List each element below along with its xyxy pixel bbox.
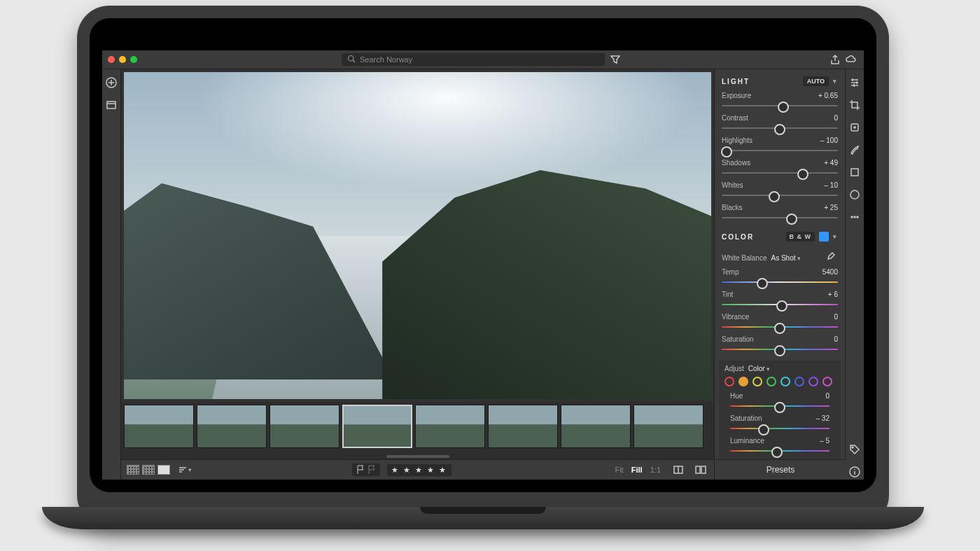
light-contrast-value: 0 xyxy=(834,114,838,122)
rating-control[interactable]: ★ ★ ★ ★ ★ xyxy=(387,464,451,476)
grid-view-button[interactable] xyxy=(127,465,139,475)
hsl-swatch-0[interactable] xyxy=(724,377,734,386)
svg-line-1 xyxy=(353,60,355,62)
hsl-swatch-4[interactable] xyxy=(780,377,790,386)
hsl-saturation-slider[interactable] xyxy=(730,424,830,433)
search-icon xyxy=(347,55,356,64)
search-input[interactable]: Search Norway xyxy=(342,53,605,66)
zoom-fit-button[interactable]: Fit xyxy=(615,466,623,474)
hsl-swatch-7[interactable] xyxy=(822,377,832,386)
filmstrip[interactable] xyxy=(121,402,714,455)
svg-point-0 xyxy=(349,56,354,62)
color-saturation-value: 0 xyxy=(834,335,838,343)
hsl-swatch-6[interactable] xyxy=(808,377,818,386)
thumbnail-0[interactable] xyxy=(124,405,194,448)
edit-panel[interactable]: LIGHT AUTO ▾ Exposure+ 0.65Contrast0High… xyxy=(714,69,845,480)
star-rating: ★ ★ ★ ★ ★ xyxy=(391,466,447,475)
app-window: Search Norway xyxy=(102,50,864,480)
thumbnail-4[interactable] xyxy=(415,405,485,448)
eyedropper-icon[interactable] xyxy=(822,250,838,265)
left-toolbar xyxy=(102,69,121,480)
light-shadows-label: Shadows xyxy=(722,159,750,167)
thumbnail-2[interactable] xyxy=(270,405,340,448)
color-tint-slider[interactable] xyxy=(722,300,838,309)
cloud-sync-icon[interactable] xyxy=(843,52,858,67)
color-saturation-slider[interactable] xyxy=(722,345,838,354)
color-temp-slider[interactable] xyxy=(722,278,838,286)
zoom-fill-button[interactable]: Fill xyxy=(631,466,643,474)
hsl-hue-slider[interactable] xyxy=(730,402,830,410)
add-photos-button[interactable] xyxy=(104,75,119,90)
hsl-swatch-3[interactable] xyxy=(766,377,776,386)
flag-controls[interactable] xyxy=(352,463,380,476)
hsl-adjust-row: Adjust Color ▾ xyxy=(723,365,836,374)
light-blacks-value: + 25 xyxy=(824,204,838,211)
wb-dropdown[interactable]: As Shot ▾ xyxy=(771,254,801,262)
laptop-base xyxy=(42,507,924,529)
thumbnail-3[interactable] xyxy=(342,405,412,448)
hsl-swatch-2[interactable] xyxy=(752,377,762,386)
thumbnail-6[interactable] xyxy=(561,405,631,448)
square-grid-view-button[interactable] xyxy=(142,465,155,475)
hsl-hue-control: Hue0 xyxy=(723,391,836,413)
color-temp-label: Temp xyxy=(722,268,738,276)
light-whites-slider[interactable] xyxy=(722,191,838,200)
thumbnail-5[interactable] xyxy=(488,405,558,448)
light-shadows-slider[interactable] xyxy=(722,169,838,177)
light-blacks-slider[interactable] xyxy=(722,214,838,222)
radial-gradient-icon[interactable] xyxy=(847,187,862,202)
color-temp-control: Temp5400 xyxy=(715,267,845,289)
compare-icon[interactable] xyxy=(693,462,708,477)
edit-sliders-icon[interactable] xyxy=(847,75,862,90)
close-window-button[interactable] xyxy=(108,56,115,63)
color-vibrance-slider[interactable] xyxy=(722,323,838,331)
hsl-swatch-1[interactable] xyxy=(738,377,748,386)
detail-view-button[interactable] xyxy=(158,465,170,475)
auto-button[interactable]: AUTO xyxy=(803,76,829,86)
brush-icon[interactable] xyxy=(847,142,862,158)
thumbnail-7[interactable] xyxy=(634,405,704,448)
light-shadows-value: + 49 xyxy=(824,159,838,167)
bw-toggle[interactable]: B & W xyxy=(786,232,816,242)
zoom-window-button[interactable] xyxy=(130,56,137,63)
before-after-icon[interactable] xyxy=(671,462,686,477)
sort-button[interactable]: ▾ xyxy=(177,462,192,477)
color-section-header[interactable]: COLOR B & W ▾ xyxy=(715,225,845,246)
white-balance-row: White Balance As Shot ▾ xyxy=(715,246,845,267)
light-section-header[interactable]: LIGHT AUTO ▾ xyxy=(715,69,845,90)
svg-point-13 xyxy=(852,447,853,448)
zoom-1to1-button[interactable]: 1:1 xyxy=(650,466,661,474)
color-tint-control: Tint+ 6 xyxy=(715,289,845,312)
crop-icon[interactable] xyxy=(847,97,862,113)
light-contrast-slider[interactable] xyxy=(722,124,838,132)
thumbnail-1[interactable] xyxy=(197,405,267,448)
my-photos-icon[interactable] xyxy=(104,97,119,113)
color-profile-chip[interactable] xyxy=(819,232,829,242)
light-whites-control: Whites– 10 xyxy=(715,180,845,202)
laptop-notch xyxy=(420,507,546,514)
info-icon[interactable] xyxy=(847,464,862,480)
light-contrast-label: Contrast xyxy=(722,114,748,122)
hsl-mode-dropdown[interactable]: Color ▾ xyxy=(748,365,771,372)
presets-button[interactable]: Presets xyxy=(715,459,846,480)
share-icon[interactable] xyxy=(827,52,843,67)
more-icon[interactable] xyxy=(847,209,862,225)
view-mode-group xyxy=(127,465,170,475)
minimize-window-button[interactable] xyxy=(119,56,126,63)
svg-rect-5 xyxy=(696,466,700,473)
hsl-swatch-5[interactable] xyxy=(794,377,804,386)
light-whites-label: Whites xyxy=(722,181,743,189)
photo-canvas[interactable] xyxy=(124,72,711,399)
screen-bezel: Search Norway xyxy=(90,18,876,492)
tag-icon[interactable] xyxy=(847,442,862,457)
filter-icon[interactable] xyxy=(608,52,623,67)
title-bar: Search Norway xyxy=(102,50,864,69)
hsl-luminance-label: Luminance xyxy=(730,437,764,445)
hsl-luminance-slider[interactable] xyxy=(730,447,830,455)
healing-brush-icon[interactable] xyxy=(847,120,862,135)
color-saturation-control: Saturation0 xyxy=(715,334,845,356)
hsl-saturation-value: – 32 xyxy=(816,414,830,422)
light-exposure-slider[interactable] xyxy=(722,102,838,110)
light-highlights-slider[interactable] xyxy=(722,146,838,155)
linear-gradient-icon[interactable] xyxy=(847,165,862,180)
